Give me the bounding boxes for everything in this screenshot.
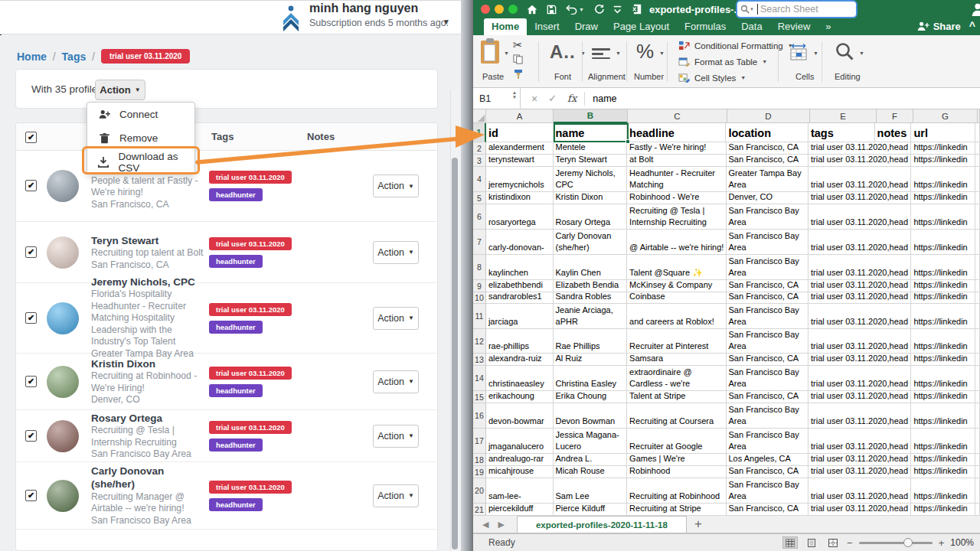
name-box-spinner[interactable]: ▲▼ [512, 90, 517, 99]
format-as-table-button[interactable]: Format as Table▼ [678, 57, 767, 67]
grid-cell[interactable]: https://linkedin [911, 167, 975, 192]
grid-cell[interactable]: San Francisco Bay Area [727, 366, 809, 391]
page-layout-view-icon[interactable] [804, 536, 819, 549]
home-icon[interactable] [527, 5, 537, 15]
profile-name[interactable]: Rosary Ortega [91, 411, 207, 425]
row-checkbox[interactable]: ✔ [25, 312, 37, 324]
editing-button[interactable] [835, 41, 854, 64]
ribbon-tab-draw[interactable]: Draw [567, 18, 606, 35]
grid-cell[interactable]: Fastly - We're hiring! [627, 142, 726, 155]
ribbon-tab-insert[interactable]: Insert [527, 18, 567, 35]
undo-icon[interactable] [566, 5, 577, 15]
grid-cell[interactable]: trial user 03.11.2020,head [808, 230, 911, 255]
grid-cell[interactable]: location [726, 123, 808, 142]
grid-cell[interactable]: trial user 03.11.2020,head [808, 429, 911, 454]
save-icon[interactable] [547, 5, 557, 15]
grid-cell[interactable]: https://linkedin [911, 454, 975, 466]
grid-cell[interactable]: San Francisco, CA [727, 292, 809, 304]
collapse-ribbon-button[interactable]: ^ [969, 20, 975, 32]
cells-button[interactable] [789, 43, 808, 64]
row-action-button[interactable]: Action▼ [373, 307, 419, 330]
row-header-5[interactable]: 5 [473, 192, 486, 204]
conditional-formatting-button[interactable]: Conditional Formatting▼ [678, 41, 793, 51]
cell-styles-button[interactable]: Cell Styles▼ [678, 73, 746, 83]
grid-cell[interactable]: extraordinaire @ Cardless - we're [627, 366, 726, 391]
grid-cell[interactable]: Recruiter at Pinterest [627, 329, 726, 354]
grid-cell[interactable]: trial user 03.11.2020,head [808, 142, 911, 155]
grid-cell[interactable]: id [486, 123, 554, 142]
grid-cell[interactable]: San Francisco, CA [727, 466, 809, 478]
grid-cell[interactable]: San Francisco Bay Area [727, 304, 809, 329]
grid-cell[interactable]: trial user 03.11.2020,head [808, 329, 911, 354]
grid-cell[interactable]: Kristin Dixon [554, 192, 628, 204]
account-menu-caret[interactable]: ▼ [443, 18, 450, 26]
grid-cell[interactable]: Robinhood - We're [627, 192, 726, 204]
grid-cell[interactable]: Christina Easley [554, 366, 628, 391]
grid-cell[interactable]: Pierce Kilduff [554, 504, 628, 516]
row-header-3[interactable]: 3 [473, 155, 486, 167]
cancel-entry-icon[interactable]: × [531, 93, 537, 105]
format-painter-icon[interactable] [513, 69, 524, 83]
row-header-8[interactable]: 8 [473, 255, 486, 280]
grid-cell[interactable]: trial user 03.11.2020,head [808, 204, 911, 230]
grid-cell[interactable]: rosaryortega [486, 204, 554, 230]
grid-cell[interactable]: headline [627, 123, 726, 142]
grid-cell[interactable]: trial user 03.11.2020,head [808, 304, 911, 329]
fill-handle[interactable] [626, 139, 630, 144]
grid-cell[interactable]: Mentele [554, 142, 628, 155]
sheet-tab[interactable]: exported-profiles-2020-11-11-18 [517, 516, 687, 533]
grid-cell[interactable]: trial user 03.11.2020,head [808, 466, 911, 478]
zoom-out-button[interactable]: − [847, 537, 853, 549]
column-header-B[interactable]: B [554, 109, 628, 123]
grid-cell[interactable]: https://linkedin [911, 403, 975, 429]
grid-cell[interactable]: jmaganalucero [486, 429, 554, 454]
select-all-corner[interactable] [473, 109, 486, 123]
grid-cell[interactable]: https://linkedin [911, 354, 975, 366]
row-action-button[interactable]: Action▼ [373, 484, 419, 507]
grid-cell[interactable]: carly-donovan- [486, 230, 554, 255]
grid-cell[interactable]: McKinsey & Company [627, 280, 726, 292]
grid-cell[interactable]: https://linkedin [911, 142, 975, 155]
row-checkbox[interactable]: ✔ [25, 246, 37, 258]
grid-cell[interactable]: Erika Choung [554, 391, 628, 403]
breadcrumb-tags-link[interactable]: Tags [62, 51, 87, 63]
grid-cell[interactable]: Samsara [627, 354, 726, 366]
column-header-G[interactable]: G [913, 109, 978, 123]
page-break-view-icon[interactable] [825, 536, 841, 549]
grid-cell[interactable]: trial user 03.11.2020,head [808, 454, 911, 466]
confirm-entry-icon[interactable]: ✓ [548, 93, 557, 104]
grid-cell[interactable]: San Francisco, CA [727, 280, 809, 292]
font-button[interactable]: A.. [550, 41, 576, 63]
redo-icon[interactable] [593, 4, 604, 15]
row-checkbox[interactable]: ✔ [25, 490, 37, 501]
alignment-button[interactable] [592, 46, 610, 62]
menu-item-connect[interactable]: Connect [87, 103, 194, 126]
grid-cell[interactable]: @ Airtable -- we're hiring! [627, 230, 726, 255]
grid-cell[interactable]: kristindixon [486, 192, 554, 204]
grid-cell[interactable]: https://linkedin [911, 192, 975, 204]
grid-cell[interactable]: Sam Lee [554, 478, 628, 504]
normal-view-icon[interactable] [782, 536, 798, 549]
grid-cell[interactable]: Jeremy Nichols, CPC [554, 167, 628, 192]
grid-cell[interactable]: Andrea L. [554, 454, 628, 466]
grid-cell[interactable]: Headhunter - Recruiter Matching [627, 167, 726, 192]
search-scope-caret[interactable]: ▼ [750, 7, 754, 11]
grid-cell[interactable]: https://linkedin [911, 429, 975, 454]
grid-cell[interactable]: trial user 03.11.2020,head [808, 391, 911, 403]
row-header-14[interactable]: 14 [473, 366, 486, 391]
grid-cell[interactable]: Recruiting at Coursera [627, 403, 726, 429]
grid-cell[interactable]: Recruiting at Robinhood [627, 478, 726, 504]
spreadsheet-grid[interactable]: 1idnameheadlinelocationtagsnotesurl2alex… [473, 123, 980, 516]
grid-cell[interactable]: Coinbase [627, 292, 726, 304]
account-person-icon[interactable] [971, 2, 980, 19]
ribbon-tab-formulas[interactable]: Formulas [677, 18, 733, 35]
grid-cell[interactable]: terynstewart [486, 155, 554, 167]
grid-cell[interactable]: https://linkedin [911, 255, 975, 280]
select-all-checkbox[interactable]: ✔ [25, 132, 37, 143]
grid-cell[interactable]: trial user 03.11.2020,head [808, 167, 911, 192]
grid-cell[interactable]: Micah Rouse [554, 466, 628, 478]
column-header-A[interactable]: A [486, 109, 554, 123]
grid-cell[interactable]: https://linkedin [911, 304, 975, 329]
grid-cell[interactable]: alexandra-ruiz [486, 354, 554, 366]
grid-cell[interactable]: Rae Phillips [554, 329, 628, 354]
